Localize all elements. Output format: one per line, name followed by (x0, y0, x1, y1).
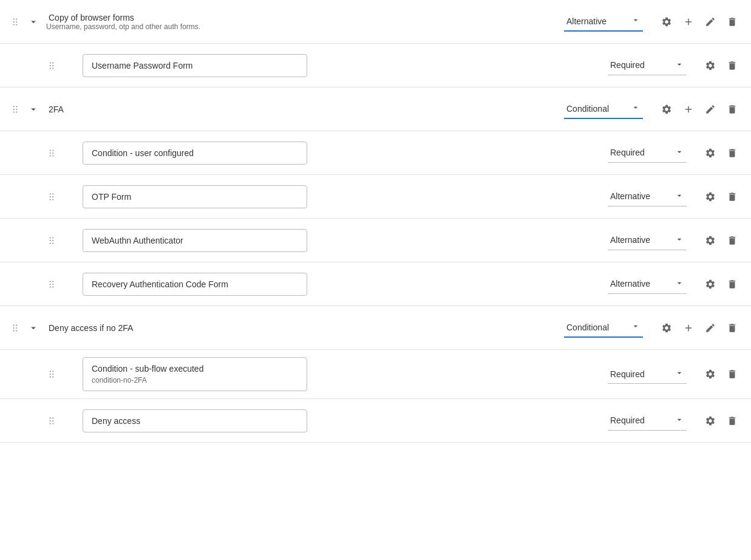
drag-handle-2fa[interactable] (10, 104, 21, 115)
svg-point-15 (16, 108, 17, 109)
row-left-condition-user-configured: Condition - user configured (46, 142, 398, 165)
drag-handle-condition-user-configured[interactable] (46, 148, 57, 159)
drag-handle-deny-access-if-no-2fa[interactable] (10, 323, 21, 333)
requirement-select-2fa[interactable]: Conditional (564, 99, 643, 119)
drag-handle-copy-browser-forms[interactable] (10, 16, 21, 27)
gear-button-username-password-form[interactable] (701, 56, 719, 75)
svg-point-43 (16, 324, 17, 326)
svg-point-56 (50, 420, 51, 421)
requirement-select-recovery-auth-code-form[interactable]: Alternative (608, 275, 687, 294)
label-box-condition-user-configured: Condition - user configured (83, 142, 307, 165)
flow-row-recovery-auth-code-form: Recovery Authentication Code FormAlterna… (0, 262, 751, 306)
chevron-2fa[interactable] (25, 101, 41, 117)
requirement-recovery-auth-code-form: Alternative (608, 275, 687, 294)
gear-button-deny-access[interactable] (701, 412, 719, 430)
plus-button-deny-access-if-no-2fa[interactable] (679, 319, 698, 337)
drag-handle-webauthn-authenticator[interactable] (46, 235, 57, 246)
flow-row-webauthn-authenticator: WebAuthn AuthenticatorAlternative (0, 219, 751, 262)
requirement-select-copy-browser-forms[interactable]: Alternative (564, 12, 643, 32)
step-desc-copy-browser-forms: Username, password, otp and other auth f… (46, 22, 362, 31)
delete-button-2fa[interactable] (723, 100, 741, 118)
req-chevron-down-webauthn-authenticator (675, 234, 684, 246)
actions-recovery-auth-code-form (687, 275, 741, 293)
flow-row-otp-form: OTP FormAlternative (0, 175, 751, 219)
gear-button-otp-form[interactable] (701, 188, 719, 206)
label-box-deny-access: Deny access (83, 409, 307, 432)
chevron-copy-browser-forms[interactable] (25, 14, 41, 30)
delete-button-otp-form[interactable] (723, 188, 741, 206)
drag-handle-recovery-auth-code-form[interactable] (46, 279, 57, 290)
gear-button-condition-sub-flow-executed[interactable] (701, 365, 719, 383)
drag-handle-otp-form[interactable] (46, 191, 57, 202)
requirement-text-2fa: Conditional (566, 104, 609, 114)
step-name-recovery-auth-code-form: Recovery Authentication Code Form (92, 279, 298, 289)
requirement-select-otp-form[interactable]: Alternative (608, 187, 687, 207)
requirement-select-deny-access-if-no-2fa[interactable]: Conditional (564, 318, 643, 338)
svg-point-17 (16, 111, 17, 112)
row-left-webauthn-authenticator: WebAuthn Authenticator (46, 229, 398, 252)
svg-point-45 (16, 327, 17, 328)
svg-point-41 (52, 286, 53, 287)
delete-button-webauthn-authenticator[interactable] (723, 231, 741, 250)
delete-button-username-password-form[interactable] (723, 56, 741, 75)
row-left-condition-sub-flow-executed: Condition - sub-flow executedcondition-n… (46, 357, 398, 391)
delete-button-condition-sub-flow-executed[interactable] (723, 365, 741, 383)
svg-point-20 (50, 152, 51, 153)
actions-copy-browser-forms (643, 13, 741, 31)
svg-point-53 (52, 376, 53, 377)
drag-handle-condition-sub-flow-executed[interactable] (46, 369, 57, 380)
requirement-condition-sub-flow-executed: Required (608, 364, 687, 384)
svg-point-50 (50, 374, 51, 375)
requirement-select-username-password-form[interactable]: Required (608, 56, 687, 75)
flow-container: Copy of browser formsUsername, password,… (0, 0, 751, 560)
gear-button-2fa[interactable] (658, 100, 676, 118)
chevron-deny-access-if-no-2fa[interactable] (25, 320, 41, 336)
svg-point-16 (13, 111, 15, 112)
flow-row-deny-access: Deny accessRequired (0, 399, 751, 443)
gear-button-condition-user-configured[interactable] (701, 144, 719, 162)
svg-point-12 (13, 106, 15, 107)
plus-button-copy-browser-forms[interactable] (679, 13, 698, 31)
svg-point-18 (50, 149, 51, 151)
label-box-recovery-auth-code-form: Recovery Authentication Code Form (83, 273, 307, 296)
flow-row-condition-sub-flow-executed: Condition - sub-flow executedcondition-n… (0, 350, 751, 399)
gear-button-deny-access-if-no-2fa[interactable] (658, 319, 676, 337)
svg-point-59 (52, 423, 53, 424)
edit-button-copy-browser-forms[interactable] (701, 13, 719, 31)
delete-button-recovery-auth-code-form[interactable] (723, 275, 741, 293)
requirement-webauthn-authenticator: Alternative (608, 231, 687, 250)
edit-button-deny-access-if-no-2fa[interactable] (701, 319, 719, 337)
svg-point-26 (50, 196, 51, 197)
svg-point-52 (50, 376, 51, 377)
actions-2fa (643, 100, 741, 118)
svg-point-27 (52, 196, 53, 197)
delete-button-deny-access-if-no-2fa[interactable] (723, 319, 741, 337)
requirement-deny-access: Required (608, 411, 687, 431)
svg-point-38 (50, 283, 51, 284)
delete-button-copy-browser-forms[interactable] (723, 13, 741, 31)
requirement-text-deny-access-if-no-2fa: Conditional (566, 323, 609, 332)
req-chevron-down-deny-access (675, 415, 684, 426)
gear-button-webauthn-authenticator[interactable] (701, 231, 719, 250)
requirement-select-deny-access[interactable]: Required (608, 411, 687, 431)
svg-point-14 (13, 108, 15, 109)
gear-button-recovery-auth-code-form[interactable] (701, 275, 719, 293)
plus-button-2fa[interactable] (679, 100, 698, 118)
delete-button-deny-access[interactable] (723, 412, 741, 430)
edit-button-2fa[interactable] (701, 100, 719, 118)
row-left-username-password-form: Username Password Form (46, 54, 398, 77)
drag-handle-username-password-form[interactable] (46, 60, 57, 71)
svg-point-5 (16, 24, 17, 25)
svg-point-28 (50, 199, 51, 200)
drag-handle-deny-access[interactable] (46, 415, 57, 426)
svg-point-51 (52, 374, 53, 375)
row-left-recovery-auth-code-form: Recovery Authentication Code Form (46, 273, 398, 296)
requirement-select-condition-sub-flow-executed[interactable]: Required (608, 364, 687, 384)
svg-point-39 (52, 283, 53, 284)
svg-point-2 (13, 21, 15, 22)
requirement-select-condition-user-configured[interactable]: Required (608, 143, 687, 163)
requirement-select-webauthn-authenticator[interactable]: Alternative (608, 231, 687, 250)
delete-button-condition-user-configured[interactable] (723, 144, 741, 162)
gear-button-copy-browser-forms[interactable] (658, 13, 676, 31)
requirement-copy-browser-forms: Alternative (564, 12, 643, 32)
